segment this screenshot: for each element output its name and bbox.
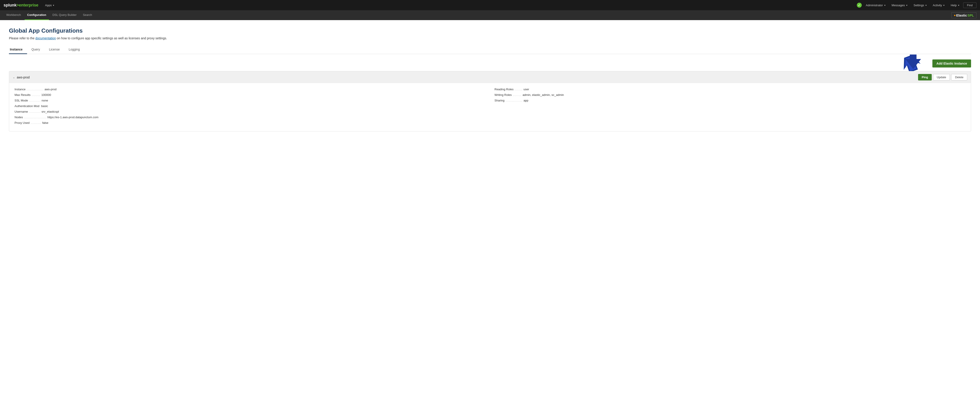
detail-column-left: Instance ................... aws-prod Ma… [14,87,485,127]
nav-dsl-query-builder[interactable]: DSL Query Builder [50,10,80,20]
nav-configuration[interactable]: Configuration [25,10,49,20]
messages-chevron-icon: ▾ [906,4,907,6]
tab-query[interactable]: Query [27,45,45,54]
logo-gt: > [16,3,19,7]
delete-button[interactable]: Delete [951,74,967,81]
help-chevron-icon: ▾ [958,4,959,6]
administrator-menu[interactable]: Administrator ▾ [864,0,888,10]
messages-menu[interactable]: Messages ▾ [889,0,910,10]
apps-menu[interactable]: Apps ▾ [43,0,57,10]
elasticspl-dot-icon: ● [954,13,956,17]
collapse-icon[interactable]: ⌄ [13,76,15,79]
instance-header: ⌄ aws-prod Ping Update Delete [9,71,971,83]
help-menu[interactable]: Help ▾ [948,0,961,10]
splunk-logo: splunk>enterprise [3,3,38,8]
sub-navigation: Workbench Configuration DSL Query Builde… [0,10,980,20]
status-indicator: ✓ [857,3,862,8]
instance-name: aws-prod [17,76,30,79]
nav-search[interactable]: Search [80,10,95,20]
detail-instance: Instance ................... aws-prod [14,87,485,91]
detail-ssl-mode: SSL Mode ............. none [14,99,485,102]
settings-menu[interactable]: Settings ▾ [912,0,929,10]
apps-chevron-icon: ▾ [53,4,54,6]
actions-bar: Add Elastic Instance [9,59,971,67]
detail-max-results: Max Results .......... 100000 [14,93,485,97]
detail-nodes: Nodes ......................... https://… [14,116,485,119]
arrow-decoration [905,54,921,70]
activity-chevron-icon: ▾ [943,4,945,6]
instance-header-left: ⌄ aws-prod [13,76,30,79]
page-title: Global App Configurations [9,27,971,34]
tab-logging[interactable]: Logging [64,45,84,54]
add-elastic-instance-button[interactable]: Add Elastic Instance [932,59,971,67]
logo-enterprise-text: enterprise [19,3,38,7]
update-button[interactable]: Update [933,74,950,81]
instance-header-actions: Ping Update Delete [918,74,967,81]
logo-splunk-text: splunk [3,3,16,7]
detail-auth-mod: Authentication Mod basic [14,104,485,108]
detail-username: Username ............. srv_elasticspl [14,110,485,113]
instance-section: ⌄ aws-prod Ping Update Delete Instance .… [9,71,971,132]
find-button[interactable]: Find [963,2,977,8]
svg-marker-2 [905,54,921,69]
nav-workbench[interactable]: Workbench [3,10,24,20]
main-content: Global App Configurations Please refer t… [0,20,980,140]
top-navigation: splunk>enterprise Apps ▾ ✓ Administrator… [0,0,980,10]
detail-sharing: Sharing ................... app [495,99,966,102]
elasticspl-logo: ● ElasticSPL [951,12,977,18]
detail-proxy-used: Proxy Used ............ false [14,121,485,124]
page-subtitle: Please refer to the documentation on how… [9,37,971,40]
instance-details: Instance ................... aws-prod Ma… [9,83,971,131]
elasticspl-elastic-text: Elastic [956,13,967,17]
detail-writing-roles: Writing Roles .......... admin, elastic_… [495,93,966,97]
activity-menu[interactable]: Activity ▾ [931,0,947,10]
documentation-link[interactable]: documentation [35,37,56,40]
ping-button[interactable]: Ping [918,74,931,81]
admin-chevron-icon: ▾ [885,4,885,6]
tab-bar: Instance Query License Logging [9,45,971,54]
detail-column-right: Reading Roles ......... user Writing Rol… [495,87,966,127]
settings-chevron-icon: ▾ [926,4,927,6]
detail-reading-roles: Reading Roles ......... user [495,87,966,91]
tab-license[interactable]: License [45,45,64,54]
elasticspl-spl-text: SPL [967,13,974,17]
tab-instance[interactable]: Instance [9,45,27,54]
